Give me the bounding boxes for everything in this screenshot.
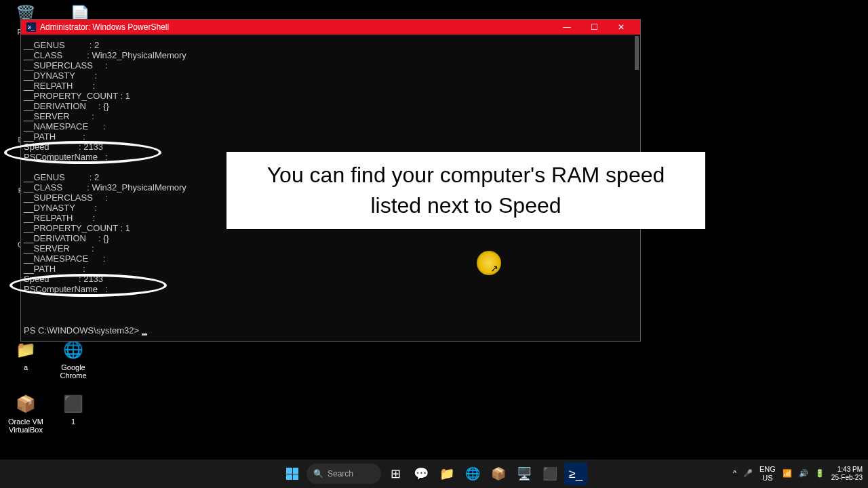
output-line: __GENUS : 2 <box>24 40 637 50</box>
scrollbar[interactable] <box>635 36 639 70</box>
output-line: __DERIVATION : {} <box>24 101 637 111</box>
tray-volume-icon[interactable]: 🔊 <box>799 469 808 478</box>
output-line: __NAMESPACE : <box>24 253 637 264</box>
taskbar-app-edge[interactable]: 🌐 <box>461 462 484 485</box>
windows-logo-icon <box>286 468 298 480</box>
date-text: 25-Feb-23 <box>831 474 863 482</box>
taskbar-center: 🔍 Search ⊞ 💬 📁 🌐 📦 🖥️ ⬛ ≥_ <box>281 462 587 485</box>
taskbar: 🔍 Search ⊞ 💬 📁 🌐 📦 🖥️ ⬛ ≥_ ^ 🎤 ENG US 📶 … <box>0 460 868 488</box>
window-title: Administrator: Windows PowerShell <box>40 22 553 32</box>
tray-mic-icon[interactable]: 🎤 <box>743 469 753 478</box>
powershell-icon: ≥_ <box>26 22 36 32</box>
output-line: __NAMESPACE : <box>24 121 637 131</box>
desktop-icon-virtualbox[interactable]: 📦 Oracle VM VirtualBox <box>5 393 46 434</box>
output-line: __PROPERTY_COUNT : 1 <box>24 91 637 101</box>
taskbar-app-explorer[interactable]: 📁 <box>435 462 458 485</box>
taskbar-app-powershell[interactable]: ≥_ <box>564 462 587 485</box>
tray-wifi-icon[interactable]: 📶 <box>783 469 792 478</box>
output-line: __SERVER : <box>24 243 637 253</box>
output-line: __PATH : <box>24 264 637 274</box>
output-line: PSComputerName : <box>24 284 637 294</box>
prompt-line: PS C:\WINDOWS\system32> <box>24 325 147 336</box>
window-titlebar[interactable]: ≥_ Administrator: Windows PowerShell — ☐… <box>21 20 640 35</box>
minimize-button[interactable]: — <box>553 22 580 32</box>
output-speed-line: Speed : 2133 <box>24 142 637 152</box>
icon-label: Google Chrome <box>53 363 94 380</box>
output-line: __DERIVATION : {} <box>24 233 637 243</box>
output-line: __CLASS : Win32_PhysicalMemory <box>24 50 637 60</box>
icon-label: 1 <box>53 418 94 426</box>
taskbar-app-virtualbox[interactable]: 📦 <box>487 462 510 485</box>
desktop-icon-chrome[interactable]: 🌐 Google Chrome <box>53 339 94 380</box>
search-box[interactable]: 🔍 Search <box>307 464 381 484</box>
tray-chevron[interactable]: ^ <box>733 469 736 478</box>
chrome-icon: 🌐 <box>62 339 84 361</box>
search-placeholder: Search <box>328 469 353 479</box>
output-line: __PATH : <box>24 131 637 142</box>
lang-text: ENG <box>760 465 776 474</box>
cursor <box>142 333 147 336</box>
desktop-icon-a[interactable]: 📁 a <box>5 339 46 371</box>
one-icon: ⬛ <box>62 393 84 415</box>
start-button[interactable] <box>281 462 304 485</box>
virtualbox-icon: 📦 <box>15 393 37 415</box>
task-view-button[interactable]: ⊞ <box>384 462 407 485</box>
locale-text: US <box>760 474 776 483</box>
output-line: __RELPATH : <box>24 81 637 91</box>
system-tray: ^ 🎤 ENG US 📶 🔊 🔋 1:43 PM 25-Feb-23 <box>733 465 863 483</box>
clock[interactable]: 1:43 PM 25-Feb-23 <box>831 466 863 482</box>
output-line: __SERVER : <box>24 111 637 121</box>
search-icon: 🔍 <box>313 469 323 479</box>
icon-label: Oracle VM VirtualBox <box>5 418 46 434</box>
cursor-highlight <box>477 251 501 275</box>
prompt-text: PS C:\WINDOWS\system32> <box>24 325 139 336</box>
output-speed-line: Speed : 2133 <box>24 274 637 284</box>
desktop: 🗑️ Recy 📄 Defe Free GPic Mic 📁 a 🌐 Googl… <box>0 0 868 488</box>
taskbar-app-remote[interactable]: 🖥️ <box>513 462 536 485</box>
desktop-icon-one[interactable]: ⬛ 1 <box>53 393 94 426</box>
maximize-button[interactable]: ☐ <box>580 22 608 32</box>
folder-icon: 📁 <box>15 339 37 361</box>
taskbar-app-terminal[interactable]: ⬛ <box>538 462 561 485</box>
icon-label: a <box>5 363 46 371</box>
callout-text: You can find your computer's RAM speed l… <box>226 152 705 229</box>
language-indicator[interactable]: ENG US <box>760 465 776 483</box>
output-line: __SUPERCLASS : <box>24 60 637 70</box>
taskbar-app-chat[interactable]: 💬 <box>410 462 433 485</box>
time-text: 1:43 PM <box>831 466 863 474</box>
close-button[interactable]: ✕ <box>608 22 635 32</box>
output-line: __DYNASTY : <box>24 70 637 81</box>
tray-battery-icon[interactable]: 🔋 <box>815 469 825 478</box>
